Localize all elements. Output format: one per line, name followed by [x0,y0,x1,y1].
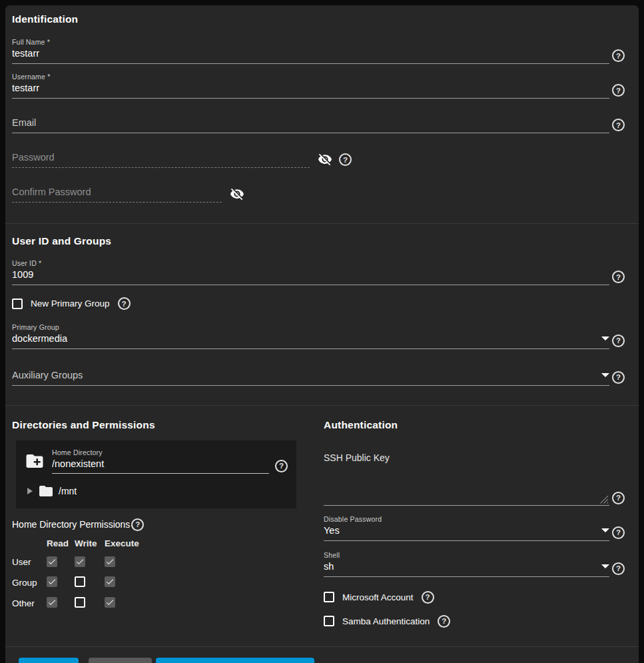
new-primary-group-checkbox[interactable] [12,299,23,309]
authentication-title: Authentication [324,419,625,431]
shell-row: Shell sh ? [324,551,625,577]
username-field[interactable]: Username * testarr [12,73,609,99]
full-name-value[interactable]: testarr [12,48,609,59]
section-authentication: Authentication SSH Public Key ? Disable … [318,419,625,628]
email-field[interactable] [12,117,609,133]
microsoft-account-checkbox-row[interactable]: Microsoft Account ? [324,591,625,604]
other-execute-checkbox[interactable] [105,597,115,608]
form-actions: SUBMIT CANCEL DOWNLOAD SSH PUBLIC KEY [5,647,639,663]
auxiliary-groups-help-icon[interactable]: ? [612,371,625,384]
username-row: Username * testarr ? [12,73,625,99]
user-write-checkbox[interactable] [75,556,85,567]
shell-caret-down-icon[interactable] [601,564,609,568]
download-ssh-public-key-button[interactable]: DOWNLOAD SSH PUBLIC KEY [156,658,314,663]
disable-password-value[interactable]: Yes [324,525,596,536]
microsoft-account-checkbox[interactable] [324,592,334,602]
ssh-public-key-row: ? [324,463,625,506]
username-label: Username * [12,73,609,81]
password-help-icon[interactable]: ? [339,153,352,166]
user-id-field[interactable]: User ID * 1009 [12,259,609,285]
group-execute-checkbox[interactable] [105,576,115,587]
permissions-title: Home Directory Permissions [12,519,130,530]
section-directories-permissions: Directories and Permissions Home Directo… [12,419,318,628]
ssh-public-key-textarea[interactable] [324,463,609,506]
password-input[interactable] [12,152,310,163]
microsoft-account-help-icon[interactable]: ? [422,591,434,604]
tree-item-mnt[interactable]: /mnt [25,483,288,499]
auxiliary-groups-row: Auxiliary Groups ? [12,370,625,386]
user-edit-form-card: Identification Full Name * testarr ? Use… [5,5,639,663]
cancel-button[interactable]: CANCEL [89,658,152,663]
home-directory-help-icon[interactable]: ? [275,460,288,472]
other-write-checkbox[interactable] [75,597,85,608]
new-primary-group-help-icon[interactable]: ? [118,297,131,310]
home-directory-value[interactable]: /nonexistent [52,458,269,469]
submit-button[interactable]: SUBMIT [19,658,79,663]
primary-group-help-icon[interactable]: ? [612,334,625,347]
full-name-label: Full Name * [12,38,609,46]
username-help-icon[interactable]: ? [612,84,625,97]
disable-password-select[interactable]: Disable Password Yes [324,515,609,541]
user-id-help-icon[interactable]: ? [612,271,625,283]
home-directory-field[interactable]: Home Directory /nonexistent [52,448,269,474]
disable-password-help-icon[interactable]: ? [612,526,625,539]
folder-icon [38,483,54,499]
primary-group-caret-down-icon[interactable] [601,336,609,340]
microsoft-account-label: Microsoft Account [342,592,414,602]
shell-select[interactable]: Shell sh [324,551,609,577]
ssh-public-key-help-icon[interactable]: ? [612,492,625,504]
home-directory-tree-panel: Home Directory /nonexistent ? /mnt [16,440,296,508]
full-name-row: Full Name * testarr ? [12,38,625,64]
shell-value[interactable]: sh [324,561,596,572]
group-read-checkbox[interactable] [47,576,57,587]
confirm-password-visibility-off-icon[interactable] [230,187,244,201]
confirm-password-field[interactable] [12,187,222,203]
full-name-help-icon[interactable]: ? [612,49,625,62]
auxiliary-groups-placeholder[interactable]: Auxiliary Groups [12,370,596,380]
primary-group-value[interactable]: dockermedia [12,333,596,344]
primary-group-row: Primary Group dockermedia ? [12,323,625,349]
other-read-checkbox[interactable] [47,597,57,608]
permissions-row-label: Other [12,593,47,614]
auxiliary-groups-caret-down-icon[interactable] [601,373,609,377]
disable-password-caret-down-icon[interactable] [601,528,609,532]
permissions-col-write: Write [75,538,105,552]
permissions-help-icon[interactable]: ? [131,518,144,531]
textarea-resize-handle[interactable] [599,495,608,504]
permissions-row-label: Group [12,572,47,593]
user-id-value[interactable]: 1009 [12,269,609,280]
full-name-field[interactable]: Full Name * testarr [12,38,609,64]
samba-authentication-checkbox-row[interactable]: Samba Authentication ? [324,615,625,628]
user-id-row: User ID * 1009 ? [12,259,625,285]
email-row: ? [12,117,625,133]
shell-help-icon[interactable]: ? [612,562,625,575]
user-execute-checkbox[interactable] [105,556,115,567]
new-primary-group-checkbox-row[interactable]: New Primary Group ? [12,297,131,310]
username-value[interactable]: testarr [12,83,609,93]
permissions-col-execute: Execute [105,538,139,552]
create-new-folder-icon[interactable] [25,451,45,471]
user-id-label: User ID * [12,259,609,267]
user-id-groups-title: User ID and Groups [12,235,625,247]
directories-authentication-columns: Directories and Permissions Home Directo… [5,406,639,646]
shell-label: Shell [324,551,609,559]
permissions-row-other: Other [12,593,139,614]
identification-title: Identification [12,13,625,25]
password-visibility-off-icon[interactable] [318,152,332,167]
password-field[interactable] [12,152,310,168]
permissions-table: Read Write Execute UserGroupOther [12,538,139,614]
samba-authentication-help-icon[interactable]: ? [438,615,450,628]
group-write-checkbox[interactable] [75,576,85,587]
confirm-password-input[interactable] [12,187,222,197]
auxiliary-groups-select[interactable]: Auxiliary Groups [12,370,609,386]
section-user-id-groups: User ID and Groups User ID * 1009 ? New … [5,224,639,405]
section-identification: Identification Full Name * testarr ? Use… [5,5,639,223]
user-read-checkbox[interactable] [47,556,57,567]
tree-expand-icon[interactable] [27,488,33,494]
email-help-icon[interactable]: ? [612,119,625,131]
primary-group-select[interactable]: Primary Group dockermedia [12,323,609,349]
samba-authentication-checkbox[interactable] [324,616,334,626]
permissions-row-user: User [12,552,139,572]
ssh-public-key-label: SSH Public Key [324,452,625,463]
email-input[interactable] [12,117,609,128]
